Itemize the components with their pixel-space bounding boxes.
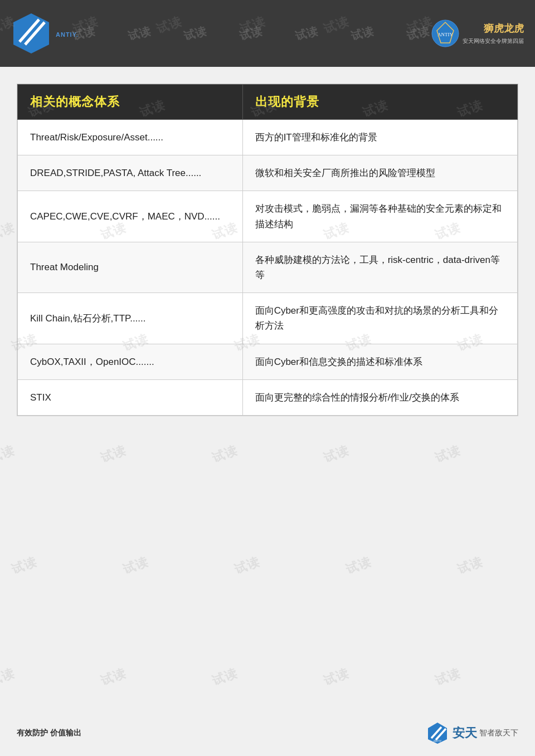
- table-row: Threat/Risk/Exposure/Asset......西方的IT管理和…: [18, 120, 518, 155]
- col2-header: 出现的背景: [242, 85, 517, 120]
- header-subtitle: 安天网络安全令牌第四届: [463, 37, 524, 45]
- table-cell-background: 面向Cyber和更高强度的攻击和对抗的场景的分析工具和分析方法: [242, 293, 517, 344]
- content-table: 相关的概念体系 出现的背景 Threat/Risk/Exposure/Asset…: [17, 84, 518, 416]
- table-cell-concept: CAPEC,CWE,CVE,CVRF，MAEC，NVD......: [18, 191, 243, 242]
- footer-logo-icon: ANTIY: [426, 721, 449, 745]
- table-cell-background: 西方的IT管理和标准化的背景: [242, 120, 517, 155]
- col1-header: 相关的概念体系: [18, 85, 243, 120]
- footer: 有效防护 价值输出 ANTIY 安天 智者敌天下: [17, 721, 518, 745]
- antiy-logo-icon: [11, 11, 51, 56]
- table-cell-concept: DREAD,STRIDE,PASTA, Attack Tree......: [18, 155, 243, 191]
- header-watermarks: 试读 试读 试读 试读 试读 试读 试读: [56, 0, 446, 67]
- table-row: CAPEC,CWE,CVE,CVRF，MAEC，NVD......对攻击模式，脆…: [18, 191, 518, 242]
- table-row: Kill Chain,钻石分析,TTP......面向Cyber和更高强度的攻击…: [18, 293, 518, 344]
- table-cell-background: 微软和相关安全厂商所推出的风险管理模型: [242, 155, 517, 191]
- table-cell-concept: CybOX,TAXII，OpenIOC.......: [18, 344, 243, 379]
- table-cell-concept: Threat/Risk/Exposure/Asset......: [18, 120, 243, 155]
- table-cell-concept: Kill Chain,钻石分析,TTP......: [18, 293, 243, 344]
- header: ANTIY. 试读 试读 试读 试读 试读 试读 试读 ANTIY 狮虎龙虎 安…: [0, 0, 535, 67]
- svg-text:ANTIY: ANTIY: [434, 739, 442, 743]
- table-row: STIX面向更完整的综合性的情报分析/作业/交换的体系: [18, 379, 518, 415]
- table-row: CybOX,TAXII，OpenIOC.......面向Cyber和信息交换的描…: [18, 344, 518, 379]
- main-content: 相关的概念体系 出现的背景 Threat/Risk/Exposure/Asset…: [17, 84, 518, 416]
- table-row: DREAD,STRIDE,PASTA, Attack Tree......微软和…: [18, 155, 518, 191]
- table-cell-concept: STIX: [18, 379, 243, 415]
- svg-marker-0: [13, 13, 49, 53]
- brand-name: 狮虎龙虎: [463, 22, 524, 35]
- table-cell-background: 对攻击模式，脆弱点，漏洞等各种基础的安全元素的标定和描述结构: [242, 191, 517, 242]
- table-cell-background: 面向更完整的综合性的情报分析/作业/交换的体系: [242, 379, 517, 415]
- footer-tagline: 有效防护 价值输出: [17, 728, 81, 738]
- footer-logo: ANTIY 安天 智者敌天下: [426, 721, 518, 745]
- footer-brand: 安天: [453, 725, 477, 742]
- table-cell-concept: Threat Modeling: [18, 242, 243, 292]
- table-cell-background: 面向Cyber和信息交换的描述和标准体系: [242, 344, 517, 379]
- table-row: Threat Modeling各种威胁建模的方法论，工具，risk-centri…: [18, 242, 518, 292]
- table-cell-background: 各种威胁建模的方法论，工具，risk-centric，data-driven等等: [242, 242, 517, 292]
- footer-slogan: 智者敌天下: [479, 728, 518, 738]
